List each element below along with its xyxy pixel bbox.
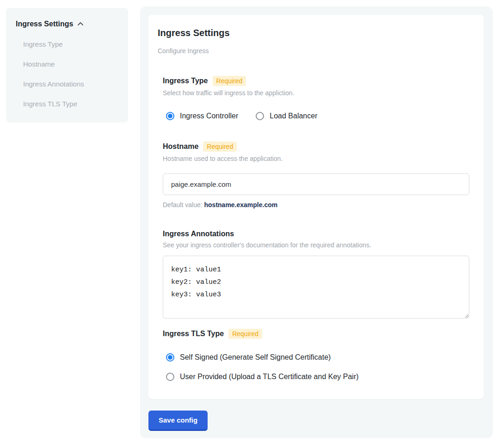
page-subtitle: Configure Ingress xyxy=(158,47,469,55)
radio-selected-icon[interactable] xyxy=(166,112,174,120)
radio-self-signed[interactable]: Self Signed (Generate Self Signed Certif… xyxy=(166,353,469,362)
sidebar-group-ingress-settings[interactable]: Ingress Settings xyxy=(15,20,119,28)
hostname-input[interactable] xyxy=(163,173,469,195)
required-badge: Required xyxy=(228,329,262,339)
ingress-annotations-textarea[interactable]: key1: value1 key2: value2 key3: value3 xyxy=(163,256,469,319)
section-hostname: Hostname Required Hostname used to acces… xyxy=(163,141,469,209)
sidebar-item-ingress-annotations[interactable]: Ingress Annotations xyxy=(23,80,119,88)
page-title: Ingress Settings xyxy=(158,28,469,38)
chevron-up-icon xyxy=(77,20,84,28)
hostname-label: Hostname xyxy=(163,142,198,151)
sidebar-item-hostname[interactable]: Hostname xyxy=(23,60,119,68)
required-badge: Required xyxy=(213,76,246,86)
section-ingress-type: Ingress Type Required Select how traffic… xyxy=(163,76,469,120)
radio-selected-icon[interactable] xyxy=(166,353,174,362)
ingress-type-radio-group: Ingress Controller Load Balancer xyxy=(166,112,469,120)
radio-unselected-icon[interactable] xyxy=(256,112,264,120)
hostname-description: Hostname used to access the application. xyxy=(163,155,469,162)
settings-sidebar: Ingress Settings Ingress Type Hostname I… xyxy=(6,8,128,123)
radio-unselected-icon[interactable] xyxy=(166,373,174,381)
ingress-settings-card: Ingress Settings Configure Ingress Ingre… xyxy=(148,15,484,399)
required-badge: Required xyxy=(203,141,237,152)
ingress-annotations-description: See your ingress controller's documentat… xyxy=(163,241,469,249)
hostname-default-value: Default value: hostname.example.com xyxy=(163,201,469,209)
radio-user-provided[interactable]: User Provided (Upload a TLS Certificate … xyxy=(166,373,469,381)
sidebar-item-ingress-tls-type[interactable]: Ingress TLS Type xyxy=(23,100,119,108)
config-panel: Ingress Settings Configure Ingress Ingre… xyxy=(140,6,493,438)
section-ingress-annotations: Ingress Annotations See your ingress con… xyxy=(163,230,469,319)
ingress-annotations-label: Ingress Annotations xyxy=(163,230,234,238)
save-config-button[interactable]: Save config xyxy=(148,411,208,431)
ingress-type-label: Ingress Type xyxy=(163,77,208,85)
radio-ingress-controller[interactable]: Ingress Controller xyxy=(166,112,238,120)
radio-load-balancer[interactable]: Load Balancer xyxy=(256,112,317,120)
sidebar-item-list: Ingress Type Hostname Ingress Annotation… xyxy=(23,40,119,108)
sidebar-group-title: Ingress Settings xyxy=(16,20,73,28)
ingress-tls-type-label: Ingress TLS Type xyxy=(163,330,224,338)
section-ingress-tls-type: Ingress TLS Type Required Self Signed (G… xyxy=(163,329,469,381)
ingress-tls-radio-group: Self Signed (Generate Self Signed Certif… xyxy=(166,353,469,381)
ingress-type-description: Select how traffic will ingress to the a… xyxy=(163,89,469,97)
sidebar-item-ingress-type[interactable]: Ingress Type xyxy=(23,40,119,48)
